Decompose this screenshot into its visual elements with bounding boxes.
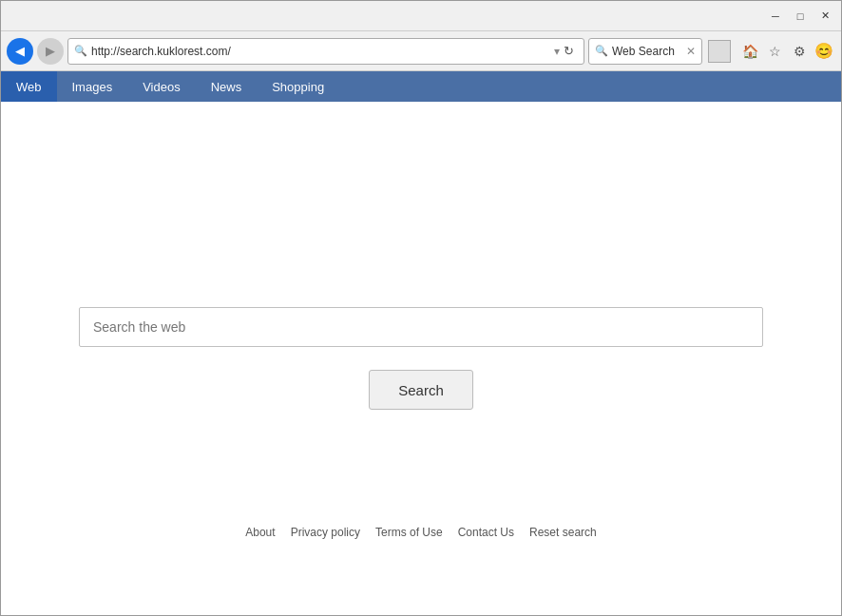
footer-link-reset[interactable]: Reset search <box>529 526 597 539</box>
search-tab-label: Web Search <box>612 45 682 58</box>
address-bar-container: 🔍 ▾ ↻ <box>67 38 584 65</box>
close-button[interactable]: ✕ <box>813 5 837 28</box>
address-bar-row: ◀ ▶ 🔍 ▾ ↻ 🔍 Web Search ✕ 🏠 ☆ ⚙ 😊 <box>1 31 841 71</box>
footer-link-contact[interactable]: Contact Us <box>458 526 514 539</box>
main-content: Search About Privacy policy Terms of Use… <box>1 102 841 615</box>
footer-link-privacy[interactable]: Privacy policy <box>291 526 360 539</box>
favorites-button[interactable]: ☆ <box>763 40 786 63</box>
search-tab-icon: 🔍 <box>595 45 608 57</box>
refresh-button[interactable]: ↻ <box>560 42 578 60</box>
forward-button[interactable]: ▶ <box>37 38 64 65</box>
nav-tab-news[interactable]: News <box>196 71 258 102</box>
address-input[interactable] <box>91 45 554 58</box>
nav-tab-shopping[interactable]: Shopping <box>257 71 339 102</box>
maximize-button[interactable]: □ <box>788 5 813 28</box>
nav-tab-images[interactable]: Images <box>57 71 128 102</box>
search-tab-close-button[interactable]: ✕ <box>686 46 696 57</box>
nav-tab-videos[interactable]: Videos <box>127 71 196 102</box>
home-button[interactable]: 🏠 <box>738 40 761 63</box>
smiley-button[interactable]: 😊 <box>813 40 835 63</box>
toolbar-icons: 🏠 ☆ ⚙ 😊 <box>738 40 835 63</box>
footer-links: About Privacy policy Terms of Use Contac… <box>1 526 841 539</box>
search-tab[interactable]: 🔍 Web Search ✕ <box>588 38 702 65</box>
search-button[interactable]: Search <box>369 370 473 410</box>
search-box-container <box>79 307 763 347</box>
browser-window: ─ □ ✕ ◀ ▶ 🔍 ▾ ↻ 🔍 Web Search ✕ 🏠 ☆ ⚙ 😊 W… <box>0 0 842 616</box>
new-tab-area <box>708 40 731 63</box>
title-bar: ─ □ ✕ <box>1 1 841 31</box>
nav-tabs: Web Images Videos News Shopping <box>1 71 841 102</box>
address-search-icon: 🔍 <box>74 45 87 57</box>
search-input[interactable] <box>79 307 763 347</box>
footer-link-terms[interactable]: Terms of Use <box>375 526 443 539</box>
window-controls: ─ □ ✕ <box>763 5 837 28</box>
minimize-button[interactable]: ─ <box>763 5 788 28</box>
back-button[interactable]: ◀ <box>7 38 33 65</box>
footer-link-about[interactable]: About <box>245 526 275 539</box>
settings-button[interactable]: ⚙ <box>788 40 811 63</box>
nav-tab-web[interactable]: Web <box>1 71 57 102</box>
